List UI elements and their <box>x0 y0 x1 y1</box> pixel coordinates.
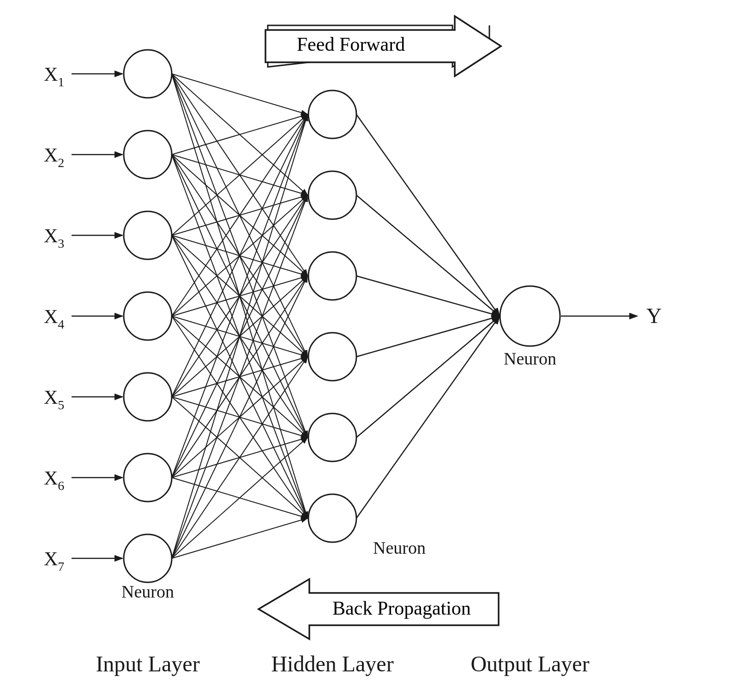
hidden-node-3 <box>308 252 356 300</box>
input-label-1: X1 <box>44 64 64 89</box>
input-node-1 <box>124 50 172 98</box>
input-label-6: X6 <box>44 467 64 493</box>
hidden-node-2 <box>308 171 356 219</box>
output-node <box>500 286 560 346</box>
svg-line-48 <box>356 114 500 316</box>
input-node-5 <box>124 373 172 421</box>
svg-line-12 <box>172 114 307 155</box>
input-labels: X1 X2 X3 X4 X5 X6 X7 <box>44 64 64 574</box>
input-layer-label: Input Layer <box>96 652 199 676</box>
svg-line-46 <box>172 437 307 558</box>
hidden-node-5 <box>308 413 356 461</box>
hidden-node-6 <box>308 494 356 542</box>
svg-line-49 <box>356 195 500 316</box>
feed-forward-arrow: Feed Forward <box>265 16 501 76</box>
hidden-layer-label: Hidden Layer <box>271 652 393 676</box>
input-label-3: X3 <box>44 225 64 251</box>
hidden-node-1 <box>308 90 356 138</box>
svg-line-53 <box>356 316 500 518</box>
hidden-output-connections <box>356 114 500 518</box>
feed-forward-label: Feed Forward <box>297 34 405 55</box>
output-node-circle <box>500 286 560 346</box>
svg-line-51 <box>356 316 500 357</box>
back-propagation-label: Back Propagation <box>332 598 471 619</box>
svg-line-18 <box>172 114 307 235</box>
hidden-node-4 <box>308 333 356 381</box>
svg-line-45 <box>172 357 307 558</box>
input-node-3 <box>124 211 172 259</box>
svg-line-43 <box>172 195 307 558</box>
input-label-2: X2 <box>44 144 64 170</box>
svg-line-50 <box>356 276 500 316</box>
svg-line-30 <box>172 114 307 397</box>
input-node-4 <box>124 292 172 340</box>
input-node-2 <box>124 131 172 179</box>
neuron-input-label: Neuron <box>121 582 174 601</box>
input-label-7: X7 <box>44 548 64 574</box>
hidden-nodes <box>308 90 356 542</box>
svg-line-52 <box>356 316 500 437</box>
svg-line-44 <box>172 276 307 558</box>
output-y-label: Y <box>646 304 662 328</box>
diagram-container: Feed Forward Back Propagation <box>0 0 747 700</box>
back-propagation-arrow: Back Propagation <box>259 579 499 639</box>
svg-line-6 <box>172 74 307 114</box>
svg-line-36 <box>172 114 307 478</box>
neuron-hidden-label: Neuron <box>373 538 426 557</box>
neuron-output-label: Neuron <box>504 349 556 368</box>
input-hidden-connections <box>172 74 307 558</box>
svg-line-47 <box>172 518 307 558</box>
input-label-4: X4 <box>44 306 64 331</box>
input-node-7 <box>124 534 172 582</box>
input-label-5: X5 <box>44 387 64 412</box>
output-layer-label: Output Layer <box>470 652 589 676</box>
input-arrows <box>72 74 122 558</box>
input-nodes <box>124 50 172 582</box>
svg-line-24 <box>172 114 307 316</box>
svg-line-42 <box>172 114 307 558</box>
input-node-6 <box>124 454 172 502</box>
